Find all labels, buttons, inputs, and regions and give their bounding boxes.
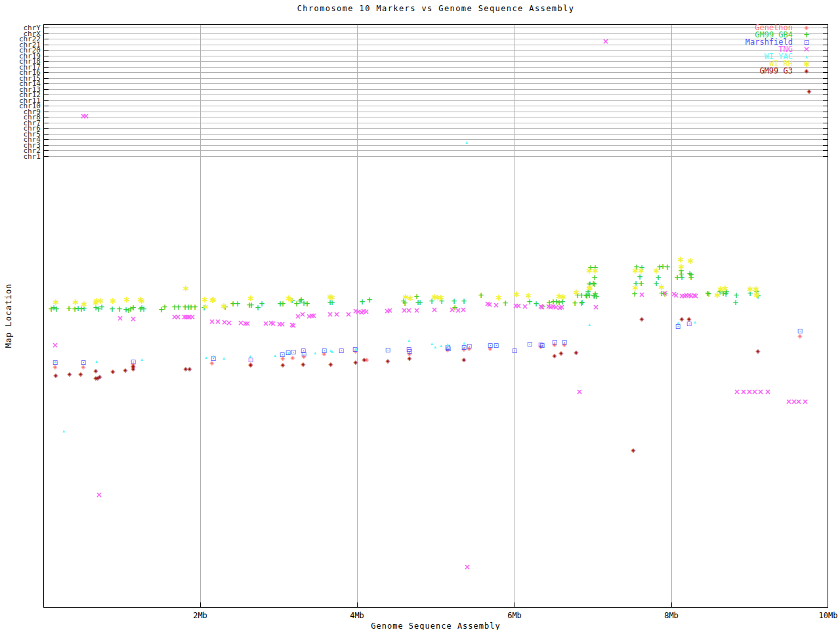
data-point-tng: × <box>327 310 333 318</box>
data-point-gm99-gb4: + <box>679 274 685 282</box>
data-point-marshfield: ⊡ <box>385 347 390 354</box>
data-point-wi-yac: ▴ <box>446 342 449 347</box>
data-point-gm99-g3: ◈ <box>301 362 306 368</box>
data-point-wi-yac: ▴ <box>249 354 251 359</box>
gridline-chr14 <box>44 83 828 84</box>
data-point-wi-rh: ∗ <box>495 293 503 302</box>
data-point-gm99-gb4: + <box>688 274 694 282</box>
data-point-wi-yac: ▴ <box>62 429 65 434</box>
gridline-chr13 <box>44 89 828 90</box>
right-tick-chr10 <box>823 106 828 106</box>
legend-marker-gm99-g3: ◈ <box>800 68 813 75</box>
data-point-tng: × <box>406 306 412 314</box>
right-tick-chrY <box>823 28 828 28</box>
data-point-gm99-g3: ◈ <box>188 366 192 372</box>
gridline-chr7 <box>44 123 828 123</box>
data-point-gm99-gb4: + <box>664 263 671 271</box>
data-point-wi-rh: ∗ <box>247 293 255 303</box>
data-point-marshfield: ⊡ <box>512 348 517 354</box>
data-point-wi-yac: ▴ <box>287 350 290 356</box>
data-point-marshfield: ⊡ <box>280 352 285 358</box>
data-point-wi-yac: ▴ <box>677 320 679 326</box>
data-point-gm99-g3: ◈ <box>131 366 136 372</box>
x-tick-label-4Mb: 4Mb <box>337 611 377 620</box>
data-point-gm99-gb4: + <box>732 299 739 306</box>
data-point-tng: × <box>558 303 565 311</box>
data-point-wi-yac: ▴ <box>331 349 333 354</box>
data-point-wi-rh: ∗ <box>328 293 336 302</box>
x-tick-label-2Mb: 2Mb <box>180 611 220 620</box>
data-point-wi-yac: ▴ <box>588 322 591 327</box>
gridline-chr15 <box>44 78 828 79</box>
data-point-gm99-g3: ◈ <box>631 448 636 453</box>
data-point-wi-rh: ∗ <box>123 295 131 304</box>
data-point-gm99-gb4: + <box>234 300 241 308</box>
data-point-gm99-gb4: + <box>502 299 509 307</box>
right-tick-chr5 <box>823 134 828 135</box>
left-tick-chr3 <box>44 145 49 146</box>
right-tick-chr8 <box>823 117 828 117</box>
data-point-tng: × <box>83 112 89 120</box>
gridline-chr11 <box>44 100 828 101</box>
right-tick-chr7 <box>823 123 828 123</box>
left-tick-chr12 <box>44 94 49 95</box>
right-tick-chr22 <box>823 39 828 39</box>
x-tick-label-10Mb: 10Mb <box>808 611 840 620</box>
right-tick-chr20 <box>823 50 828 51</box>
data-point-gm99-g3: ◈ <box>98 374 102 380</box>
data-point-gm99-g3: ◈ <box>362 357 367 363</box>
x-tick-4Mb <box>357 602 358 607</box>
right-tick-chr17 <box>823 67 828 68</box>
right-tick-chr1 <box>823 156 828 157</box>
data-point-gm99-gb4: + <box>304 300 310 308</box>
data-point-gm99-gb4: + <box>255 304 261 312</box>
data-point-marshfield: ⊡ <box>81 360 86 366</box>
data-point-tng: × <box>52 341 58 349</box>
data-point-tng: × <box>576 388 583 396</box>
data-point-tng: × <box>486 301 493 308</box>
legend-marker-gm99-gb4: + <box>800 32 813 39</box>
legend-label-gm99-g3: GM99 G3 <box>662 68 793 75</box>
data-point-wi-yac: ▴ <box>212 354 215 359</box>
left-tick-chr6 <box>44 128 49 129</box>
data-point-wi-yac: ▴ <box>205 355 207 360</box>
data-point-gm99-g3: ◈ <box>54 373 58 379</box>
data-point-marshfield: ⊡ <box>301 351 306 358</box>
data-point-wi-rh: ∗ <box>406 293 414 303</box>
data-point-wi-rh: ∗ <box>80 299 88 308</box>
data-point-marshfield: ⊡ <box>407 348 412 355</box>
right-tick-chr11 <box>823 100 828 101</box>
data-point-gm99-g3: ◈ <box>386 358 390 364</box>
data-point-wi-yac: ▴ <box>430 341 433 346</box>
data-point-wi-rh: ∗ <box>721 284 729 293</box>
data-point-marshfield: ⊡ <box>322 348 327 354</box>
data-point-tng: × <box>363 308 369 316</box>
left-tick-chr16 <box>44 72 49 73</box>
data-point-wi-rh: ∗ <box>753 290 761 299</box>
left-tick-chr5 <box>44 134 49 135</box>
data-point-gm99-g3: ◈ <box>553 353 557 359</box>
data-point-gm99-g3: ◈ <box>281 362 285 368</box>
data-point-gm99-gb4: + <box>175 303 182 311</box>
legend-label-marshfield: Marshfield <box>662 39 793 46</box>
data-point-wi-rh: ∗ <box>138 296 146 305</box>
data-point-tng: × <box>593 303 599 311</box>
data-point-wi-rh: ∗ <box>637 266 645 275</box>
data-point-gm99-gb4: + <box>130 304 136 312</box>
data-point-tng: × <box>431 306 438 314</box>
data-point-tng: × <box>387 306 393 314</box>
y-axis-title: Map Location <box>4 280 13 352</box>
data-point-wi-rh: ∗ <box>524 291 532 300</box>
legend-marker-tng: × <box>800 46 813 53</box>
gridline-chr5 <box>44 134 828 135</box>
data-point-genethon: ◈ <box>291 355 295 361</box>
right-tick-chrX <box>823 33 828 34</box>
left-tick-chr8 <box>44 117 49 117</box>
right-tick-chr13 <box>823 89 828 90</box>
data-point-wi-yac: ▴ <box>440 343 442 348</box>
legend-marker-wi-rh: ∗ <box>800 60 813 68</box>
chart-canvas: Chromosome 10 Markers vs Genome Sequence… <box>0 0 840 630</box>
data-point-gm99-g3: ◈ <box>640 316 644 322</box>
data-point-tng: × <box>464 563 471 571</box>
right-tick-chr9 <box>823 112 828 112</box>
